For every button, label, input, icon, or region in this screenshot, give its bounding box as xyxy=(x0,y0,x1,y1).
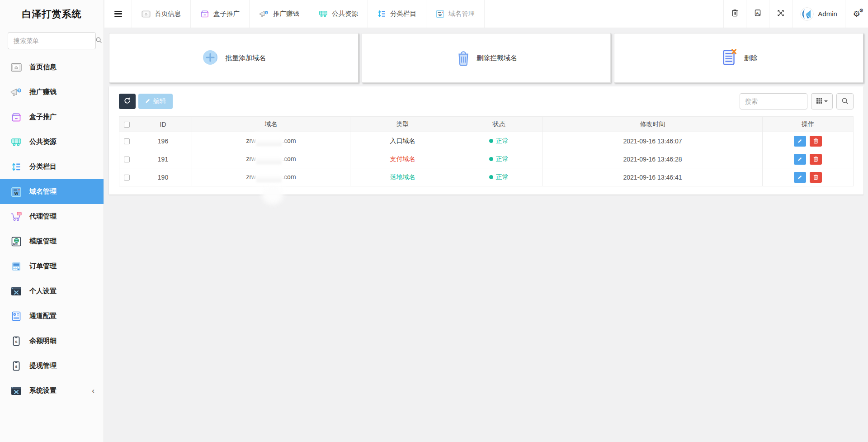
tab-label: 推广赚钱 xyxy=(273,10,299,18)
tab-label: 盒子推广 xyxy=(213,10,240,18)
domain-prefix: zrw xyxy=(246,155,256,162)
sidebar-item-category-column[interactable]: 分类栏目 xyxy=(0,154,104,179)
category-column-icon xyxy=(377,10,386,18)
search-icon xyxy=(95,37,102,45)
svg-text:A: A xyxy=(756,11,759,15)
sidebar-item-label: 盒子推广 xyxy=(29,113,57,121)
sidebar-search-input[interactable] xyxy=(14,37,95,44)
row-delete-button[interactable] xyxy=(810,172,822,183)
svg-text:s: s xyxy=(15,339,17,344)
sidebar-item-domain-manage[interactable]: w 域名管理 xyxy=(0,179,104,204)
box-promote-icon xyxy=(10,111,22,123)
sidebar-item-promote-earn[interactable]: $ 推广赚钱 xyxy=(0,80,104,105)
delete-intercepted-domain-card[interactable]: 删除拦截域名 xyxy=(362,33,611,83)
refresh-button[interactable] xyxy=(119,94,136,109)
box-promote-icon xyxy=(200,10,209,18)
table-search-input[interactable] xyxy=(740,93,807,109)
trash-icon xyxy=(731,9,738,19)
sidebar-item-public-resource[interactable]: 公共资源 xyxy=(0,129,104,154)
select-all-checkbox[interactable] xyxy=(124,122,130,128)
row-delete-button[interactable] xyxy=(810,136,822,147)
cell-id: 191 xyxy=(134,150,192,168)
cell-actions xyxy=(763,168,854,186)
row-checkbox[interactable] xyxy=(124,157,130,162)
cell-type: 支付域名 xyxy=(350,150,455,168)
sidebar-item-balance-detail[interactable]: s 余额明细 xyxy=(0,328,104,353)
sidebar-item-system-settings[interactable]: 系统设置 ‹ xyxy=(0,378,104,403)
sidebar-search-box[interactable] xyxy=(8,32,96,49)
batch-add-domain-card[interactable]: 批量添加域名 xyxy=(109,33,359,83)
menu-toggle-icon[interactable] xyxy=(104,0,132,28)
template-manage-icon: HTML xyxy=(10,236,22,247)
grid-icon xyxy=(816,98,822,105)
status-dot-icon xyxy=(489,139,493,143)
user-menu[interactable]: Admin xyxy=(792,0,845,28)
clear-cache-button[interactable] xyxy=(723,0,746,28)
collapse-chevron-icon[interactable]: ‹ xyxy=(92,386,94,395)
promote-earn-icon: $ xyxy=(10,86,22,98)
cell-actions xyxy=(763,150,854,168)
sidebar: 白泽打赏系统 首页信息 $ 推广赚钱 盒子推广 xyxy=(0,0,104,442)
tab-public-resource[interactable]: 公共资源 xyxy=(309,0,368,28)
tab-label: 首页信息 xyxy=(155,10,181,18)
system-settings-icon xyxy=(10,385,22,397)
table-search-button[interactable] xyxy=(836,93,854,109)
tab-category-column[interactable]: 分类栏目 xyxy=(368,0,426,28)
sidebar-item-label: 提现管理 xyxy=(29,361,57,370)
sidebar-item-withdraw-manage[interactable]: s 提现管理 xyxy=(0,353,104,378)
table-panel: 编辑 xyxy=(109,86,863,195)
translate-button[interactable]: A xyxy=(746,0,769,28)
edit-button-label: 编辑 xyxy=(153,97,166,105)
settings-button[interactable]: ⚙⚙ xyxy=(845,0,868,28)
tab-domain-manage[interactable]: w 域名管理 xyxy=(426,0,485,28)
status-dot-icon xyxy=(489,157,493,161)
cell-type: 入口域名 xyxy=(350,132,455,150)
search-icon xyxy=(841,97,849,106)
sidebar-menu: 首页信息 $ 推广赚钱 盒子推广 公共资源 分类栏目 xyxy=(0,55,104,403)
fullscreen-expand-icon xyxy=(777,10,784,19)
sidebar-item-box-promote[interactable]: 盒子推广 xyxy=(0,105,104,129)
row-checkbox[interactable] xyxy=(124,138,130,144)
domain-manage-icon: w xyxy=(436,10,444,18)
cell-type: 落地域名 xyxy=(350,168,455,186)
tab-box-promote[interactable]: 盒子推广 xyxy=(191,0,250,28)
row-edit-button[interactable] xyxy=(794,154,806,165)
column-header-mtime: 修改时间 xyxy=(543,117,763,132)
withdraw-manage-icon: s xyxy=(10,360,22,372)
edit-button[interactable]: 编辑 xyxy=(138,94,173,109)
document-x-icon xyxy=(720,48,739,68)
tab-promote-earn[interactable]: $ 推广赚钱 xyxy=(250,0,309,28)
sidebar-item-label: 首页信息 xyxy=(29,63,57,71)
delete-card[interactable]: 删除 xyxy=(614,33,863,83)
domain-suffix: .com xyxy=(282,137,296,144)
tab-home-info[interactable]: 首页信息 xyxy=(132,0,191,28)
fullscreen-button[interactable] xyxy=(769,0,792,28)
column-header-domain: 域名 xyxy=(192,117,350,132)
table-row: 191 zrw.com 支付域名 正常 2021-09-16 13:46:28 xyxy=(119,150,854,168)
row-checkbox[interactable] xyxy=(124,175,130,181)
svg-text:HTML: HTML xyxy=(13,243,18,245)
sidebar-item-home-info[interactable]: 首页信息 xyxy=(0,55,104,80)
row-edit-button[interactable] xyxy=(794,136,806,147)
sidebar-item-template-manage[interactable]: HTML 模版管理 xyxy=(0,229,104,254)
row-edit-button[interactable] xyxy=(794,172,806,183)
translate-page-icon: A xyxy=(754,9,761,19)
tab-label: 域名管理 xyxy=(448,10,475,18)
sidebar-item-order-manage[interactable]: 订单管理 xyxy=(0,254,104,279)
blur-artifact xyxy=(262,185,283,204)
cell-domain: zrw.com xyxy=(192,132,350,150)
cell-id: 196 xyxy=(134,132,192,150)
cell-actions xyxy=(763,132,854,150)
sidebar-item-label: 推广赚钱 xyxy=(29,88,57,96)
domain-prefix: zrw xyxy=(246,137,256,144)
columns-toggle-button[interactable] xyxy=(811,93,833,109)
column-header-status: 状态 xyxy=(455,117,543,132)
sidebar-item-profile-settings[interactable]: 个人设置 xyxy=(0,279,104,304)
row-delete-button[interactable] xyxy=(810,154,822,165)
svg-text:w: w xyxy=(14,190,19,195)
sidebar-item-channel-config[interactable]: $ 通道配置 xyxy=(0,304,104,328)
sidebar-item-agent-manage[interactable]: 代理管理 xyxy=(0,204,104,229)
home-info-icon xyxy=(142,10,151,18)
table-toolbar: 编辑 xyxy=(119,93,854,109)
card-label: 删除 xyxy=(744,54,758,62)
